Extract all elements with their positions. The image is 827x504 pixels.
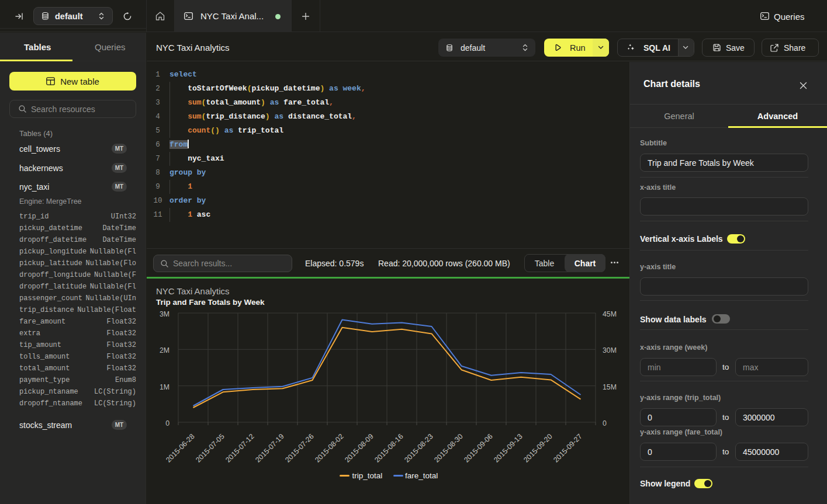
svg-text:2015-09-13: 2015-09-13 bbox=[492, 432, 524, 464]
svg-text:2015-08-02: 2015-08-02 bbox=[313, 432, 345, 464]
svg-text:2015-09-20: 2015-09-20 bbox=[522, 432, 553, 464]
svg-text:2015-07-19: 2015-07-19 bbox=[254, 432, 285, 464]
svg-text:trip_total: trip_total bbox=[352, 471, 383, 480]
svg-text:2015-07-26: 2015-07-26 bbox=[283, 432, 315, 464]
svg-text:2015-09-27: 2015-09-27 bbox=[552, 432, 583, 464]
svg-text:2015-07-12: 2015-07-12 bbox=[224, 432, 255, 464]
svg-text:2015-08-30: 2015-08-30 bbox=[432, 432, 464, 464]
svg-text:2015-06-28: 2015-06-28 bbox=[164, 432, 196, 464]
svg-text:2015-09-06: 2015-09-06 bbox=[462, 432, 494, 464]
svg-text:45M: 45M bbox=[603, 310, 617, 318]
svg-text:30M: 30M bbox=[603, 346, 617, 354]
svg-text:1M: 1M bbox=[160, 383, 169, 391]
svg-text:2M: 2M bbox=[160, 346, 169, 354]
svg-text:3M: 3M bbox=[160, 310, 169, 318]
svg-text:2015-08-23: 2015-08-23 bbox=[403, 432, 434, 464]
svg-text:0: 0 bbox=[603, 419, 607, 427]
svg-text:2015-08-09: 2015-08-09 bbox=[343, 432, 375, 464]
svg-text:fare_total: fare_total bbox=[405, 471, 438, 480]
svg-text:2015-07-05: 2015-07-05 bbox=[194, 432, 226, 464]
svg-text:15M: 15M bbox=[603, 383, 617, 391]
svg-text:2015-08-16: 2015-08-16 bbox=[373, 432, 404, 464]
svg-text:0: 0 bbox=[165, 419, 169, 427]
